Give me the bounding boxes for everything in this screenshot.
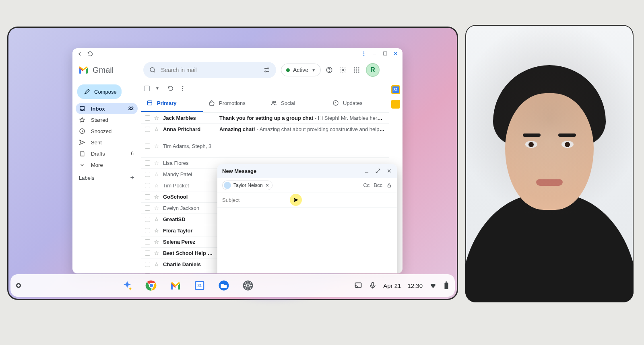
back-icon[interactable] bbox=[76, 51, 83, 57]
chip-remove-icon[interactable]: × bbox=[265, 183, 270, 188]
star-icon[interactable]: ☆ bbox=[154, 143, 159, 149]
star-icon[interactable]: ☆ bbox=[154, 126, 159, 132]
refresh-icon[interactable] bbox=[167, 85, 174, 92]
chrome-app-icon[interactable] bbox=[144, 278, 159, 293]
subject-input[interactable] bbox=[222, 197, 392, 203]
mail-sender: Lisa Flores bbox=[163, 160, 215, 166]
settings-app-icon[interactable] bbox=[240, 278, 256, 293]
sidebar-item-count: 32 bbox=[128, 106, 134, 111]
tab-social[interactable]: Social bbox=[265, 95, 327, 112]
row-checkbox[interactable] bbox=[145, 127, 150, 132]
row-checkbox[interactable] bbox=[145, 262, 150, 267]
star-icon[interactable]: ☆ bbox=[154, 205, 159, 211]
mail-row[interactable]: ☆ Jack Marbles Thank you for setting up … bbox=[141, 113, 389, 124]
row-checkbox[interactable] bbox=[145, 115, 150, 121]
wifi-icon[interactable] bbox=[429, 281, 437, 290]
search-bar[interactable] bbox=[143, 62, 276, 78]
maximize-icon[interactable] bbox=[382, 51, 388, 57]
search-input[interactable] bbox=[161, 67, 258, 73]
recipient-chip[interactable]: Taylor Nelson × bbox=[222, 181, 272, 190]
add-label-icon[interactable]: + bbox=[130, 174, 134, 182]
star-icon[interactable]: ☆ bbox=[154, 239, 159, 245]
mail-sender: Mandy Patel bbox=[163, 171, 215, 177]
sidebar-item-snoozed[interactable]: Snoozed bbox=[76, 125, 138, 137]
compose-to-field[interactable]: Taylor Nelson × Cc Bcc bbox=[217, 178, 397, 193]
row-checkbox[interactable] bbox=[145, 183, 150, 188]
calendar-app-icon[interactable]: 31 bbox=[192, 278, 207, 293]
row-checkbox[interactable] bbox=[145, 228, 150, 233]
more-icon[interactable] bbox=[180, 85, 186, 92]
row-checkbox[interactable] bbox=[145, 172, 150, 177]
sidebar-item-more[interactable]: More bbox=[76, 159, 138, 170]
tab-updates[interactable]: Updates bbox=[327, 95, 389, 112]
shelf-time[interactable]: 12:30 bbox=[407, 282, 423, 289]
row-checkbox[interactable] bbox=[145, 144, 150, 149]
row-checkbox[interactable] bbox=[145, 251, 150, 256]
sidebar-item-inbox[interactable]: Inbox 32 bbox=[76, 103, 138, 114]
star-icon[interactable]: ☆ bbox=[154, 115, 159, 121]
cast-icon[interactable] bbox=[354, 281, 362, 290]
files-app-icon[interactable] bbox=[216, 278, 231, 293]
shelf-date[interactable]: Apr 21 bbox=[383, 282, 401, 289]
select-all-caret-icon[interactable]: ▼ bbox=[155, 86, 159, 90]
select-all-checkbox[interactable] bbox=[144, 86, 150, 91]
compose-fullscreen-icon[interactable] bbox=[375, 168, 381, 174]
status-chip[interactable]: Active ▼ bbox=[281, 64, 321, 76]
gmail-app-icon[interactable] bbox=[168, 278, 183, 293]
row-checkbox[interactable] bbox=[145, 217, 150, 222]
row-checkbox[interactable] bbox=[145, 160, 150, 166]
star-icon[interactable]: ☆ bbox=[154, 160, 159, 166]
sidebar-item-drafts[interactable]: Drafts 6 bbox=[76, 148, 138, 159]
compose-body[interactable] bbox=[217, 207, 397, 273]
settings-icon[interactable] bbox=[339, 66, 347, 74]
mail-row[interactable]: ☆ Tim Adams, Steph, 3 bbox=[141, 135, 389, 158]
compose-close-icon[interactable] bbox=[386, 168, 392, 174]
star-icon[interactable]: ☆ bbox=[154, 183, 159, 189]
svg-point-18 bbox=[356, 72, 357, 73]
assistant-app-icon[interactable] bbox=[120, 278, 135, 293]
account-avatar[interactable]: R bbox=[367, 64, 379, 76]
svg-point-12 bbox=[356, 67, 357, 68]
row-checkbox[interactable] bbox=[145, 205, 150, 211]
star-icon[interactable]: ☆ bbox=[154, 261, 159, 267]
contacts-lock-icon[interactable] bbox=[386, 183, 392, 188]
star-icon[interactable]: ☆ bbox=[154, 228, 159, 234]
star-icon[interactable]: ☆ bbox=[154, 194, 159, 200]
row-checkbox[interactable] bbox=[145, 273, 150, 273]
compose-subject-row[interactable]: ➤ bbox=[217, 193, 397, 207]
gmail-brand: Gmail bbox=[78, 66, 138, 75]
bcc-button[interactable]: Bcc bbox=[374, 182, 382, 188]
mic-icon[interactable] bbox=[369, 281, 377, 290]
compose-minimize-icon[interactable] bbox=[364, 168, 369, 174]
calendar-addon-icon[interactable]: 31 bbox=[391, 85, 400, 94]
window-close-icon[interactable] bbox=[393, 51, 398, 57]
compose-button[interactable]: Compose bbox=[77, 84, 122, 99]
row-checkbox[interactable] bbox=[145, 194, 150, 199]
compose-title-bar[interactable]: New Message bbox=[217, 164, 397, 178]
status-dot-icon bbox=[286, 68, 290, 72]
star-icon[interactable]: ☆ bbox=[154, 250, 159, 256]
star-icon[interactable]: ☆ bbox=[154, 273, 159, 273]
sidebar-item-starred[interactable]: Starred bbox=[76, 114, 138, 125]
svg-point-7 bbox=[265, 71, 266, 72]
tune-icon[interactable] bbox=[263, 66, 270, 74]
tab-label: Updates bbox=[343, 100, 362, 106]
mail-sender: Eric Logan bbox=[163, 273, 215, 273]
minimize-icon[interactable] bbox=[372, 51, 378, 57]
help-icon[interactable] bbox=[326, 66, 333, 74]
sidebar-item-sent[interactable]: Sent bbox=[76, 137, 138, 148]
kebab-icon[interactable] bbox=[361, 51, 367, 57]
row-checkbox[interactable] bbox=[145, 239, 150, 244]
keep-addon-icon[interactable] bbox=[391, 100, 400, 109]
launcher-icon[interactable] bbox=[16, 283, 21, 288]
apps-grid-icon[interactable] bbox=[353, 66, 360, 74]
star-icon[interactable]: ☆ bbox=[154, 216, 159, 222]
svg-rect-24 bbox=[148, 101, 152, 105]
tab-primary[interactable]: Primary bbox=[141, 95, 203, 112]
battery-icon[interactable] bbox=[444, 281, 449, 290]
cc-button[interactable]: Cc bbox=[363, 182, 369, 188]
mail-row[interactable]: ☆ Anna Pritchard Amazing chat! - Amazing… bbox=[141, 124, 389, 135]
tab-promotions[interactable]: Promotions bbox=[203, 95, 265, 112]
star-icon[interactable]: ☆ bbox=[154, 171, 159, 177]
reload-icon[interactable] bbox=[87, 51, 93, 57]
